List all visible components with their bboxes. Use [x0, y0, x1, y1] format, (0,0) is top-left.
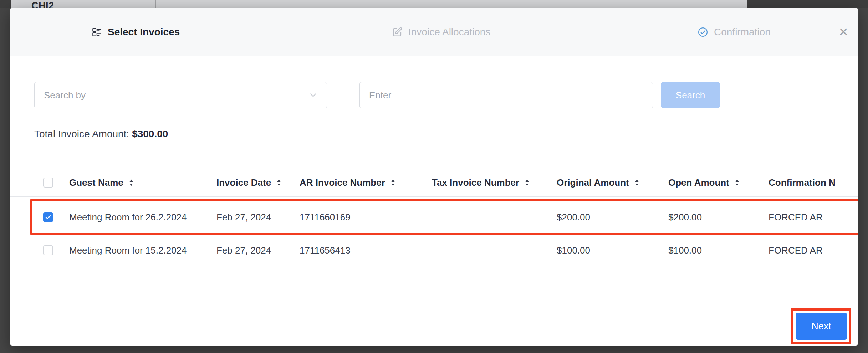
sort-icon[interactable]	[128, 179, 134, 186]
wizard-steps-header: Select Invoices Invoice Allocations Conf…	[10, 8, 858, 56]
step-label: Invoice Allocations	[408, 26, 490, 38]
row-checkbox[interactable]	[43, 245, 53, 255]
background-page-fragment: CHI2	[11, 0, 747, 8]
cell-invoice-date: Feb 27, 2024	[216, 245, 271, 256]
chevron-down-icon	[308, 90, 318, 100]
sort-icon[interactable]	[390, 179, 396, 186]
search-bar: Search by Search	[34, 82, 834, 108]
table-row: Meeting Room for 15.2.2024 Feb 27, 2024 …	[10, 234, 858, 267]
check-circle-icon	[698, 27, 708, 37]
cell-ar-invoice-number: 1711660169	[300, 211, 351, 222]
select-invoices-icon	[91, 27, 102, 37]
search-by-select[interactable]: Search by	[34, 82, 327, 108]
search-button[interactable]: Search	[661, 82, 720, 108]
background-page-title: CHI2	[31, 0, 54, 8]
next-button[interactable]: Next	[796, 313, 847, 340]
invoice-selection-modal: Select Invoices Invoice Allocations Conf…	[10, 8, 858, 346]
column-header-tax-invoice-number[interactable]: Tax Invoice Number	[432, 177, 530, 188]
table-row: Meeting Room for 26.2.2024 Feb 27, 2024 …	[10, 200, 858, 234]
sort-icon[interactable]	[276, 179, 282, 186]
column-label: Tax Invoice Number	[432, 177, 519, 188]
background-sidebar-divider	[155, 0, 156, 8]
column-header-open-amount[interactable]: Open Amount	[668, 177, 740, 188]
total-invoice-amount: Total Invoice Amount:$300.00	[34, 128, 168, 140]
table-header-row: Guest Name Invoice Date AR Invoice Numbe…	[10, 169, 858, 196]
cell-ar-invoice-number: 1711656413	[300, 245, 351, 256]
search-value-input[interactable]	[359, 82, 653, 108]
cell-original-amount: $100.00	[557, 245, 590, 256]
column-header-invoice-date[interactable]: Invoice Date	[216, 177, 282, 188]
edit-icon	[392, 27, 403, 37]
column-header-guest-name[interactable]: Guest Name	[69, 177, 134, 188]
column-label: Guest Name	[69, 177, 123, 188]
step-label: Confirmation	[714, 26, 771, 38]
cell-open-amount: $200.00	[668, 211, 702, 222]
check-icon	[45, 214, 52, 221]
table-divider	[10, 196, 858, 197]
step-confirmation[interactable]: Confirmation	[698, 8, 771, 56]
column-label: Open Amount	[668, 177, 729, 188]
sort-icon[interactable]	[524, 179, 530, 186]
close-icon[interactable]: ✕	[834, 22, 853, 41]
cell-guest-name: Meeting Room for 15.2.2024	[69, 245, 187, 256]
step-invoice-allocations[interactable]: Invoice Allocations	[392, 8, 490, 56]
select-placeholder: Search by	[44, 90, 86, 101]
column-label: Confirmation N	[769, 177, 836, 188]
sort-icon[interactable]	[734, 179, 740, 186]
table-divider	[10, 267, 858, 267]
step-select-invoices[interactable]: Select Invoices	[91, 8, 180, 56]
cell-original-amount: $200.00	[557, 211, 590, 222]
column-label: AR Invoice Number	[300, 177, 385, 188]
cell-confirmation-number: FORCED AR	[769, 245, 823, 256]
column-label: Original Amount	[557, 177, 629, 188]
column-label: Invoice Date	[216, 177, 271, 188]
select-all-checkbox[interactable]	[43, 178, 53, 188]
cell-guest-name: Meeting Room for 26.2.2024	[69, 211, 187, 222]
sort-icon[interactable]	[634, 179, 640, 186]
column-header-confirmation-number[interactable]: Confirmation N	[769, 177, 836, 188]
cell-confirmation-number: FORCED AR	[769, 211, 823, 222]
column-header-original-amount[interactable]: Original Amount	[557, 177, 640, 188]
step-label: Select Invoices	[108, 26, 180, 38]
column-header-ar-invoice-number[interactable]: AR Invoice Number	[300, 177, 396, 188]
page-backdrop: CHI2	[0, 0, 868, 8]
total-value: $300.00	[132, 128, 168, 139]
total-label: Total Invoice Amount:	[34, 128, 129, 139]
row-checkbox[interactable]	[43, 212, 53, 222]
cell-open-amount: $100.00	[668, 245, 702, 256]
cell-invoice-date: Feb 27, 2024	[216, 211, 271, 222]
